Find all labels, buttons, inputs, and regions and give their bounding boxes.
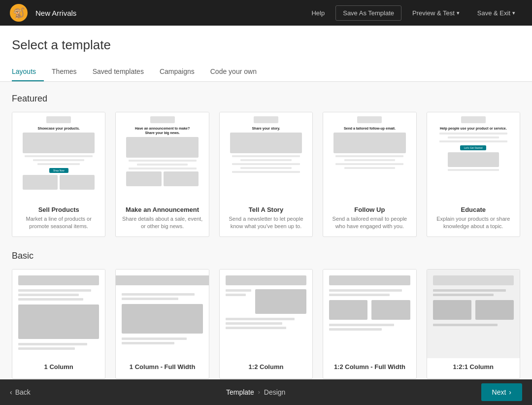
preview-logo <box>461 116 486 123</box>
template-info-educate: Educate Explain your products or share k… <box>427 201 520 236</box>
preview-image <box>230 133 302 153</box>
mailchimp-logo: 🐒 <box>10 4 28 22</box>
preview-image <box>23 133 95 153</box>
chevron-down-icon: ▾ <box>512 10 515 16</box>
template-desc: Market a line of products or promote sea… <box>17 215 100 231</box>
template-card-1col-full[interactable]: 1 Column - Full Width <box>115 269 209 379</box>
template-preview-1col-full <box>116 270 208 358</box>
preview-image <box>333 133 406 153</box>
template-card-12col[interactable]: 1:2 Column <box>219 269 313 379</box>
template-name: Educate <box>432 206 515 213</box>
template-card-121col[interactable]: 1:2:1 Column <box>427 269 520 379</box>
template-name: 1 Column <box>17 363 100 371</box>
template-info-sell-products: Sell Products Market a line of products … <box>12 201 105 236</box>
back-button[interactable]: ‹ Back <box>10 388 31 396</box>
chevron-down-icon: ▾ <box>457 10 460 16</box>
template-name: 1:2 Column <box>225 363 307 371</box>
nav-right: Help Save As Template Preview & Test ▾ S… <box>304 5 522 21</box>
template-info-followup: Follow Up Send a tailored email to peopl… <box>323 201 416 236</box>
tab-code-your-own[interactable]: Code your own <box>202 63 265 81</box>
template-info-1col: 1 Column <box>12 358 105 378</box>
template-info-1col-full: 1 Column - Full Width <box>116 358 208 378</box>
template-preview-12col-full <box>323 270 416 358</box>
template-info-12col: 1:2 Column <box>220 358 312 378</box>
back-arrow-icon: ‹ <box>10 388 12 396</box>
basic-section-title: Basic <box>12 251 520 261</box>
template-card-story[interactable]: Share your story. Tell A Story Send a ne… <box>219 112 313 237</box>
tab-campaigns[interactable]: Campaigns <box>152 63 202 81</box>
template-card-educate[interactable]: Help people use your product or service.… <box>427 112 520 237</box>
template-name: Make an Announcement <box>121 206 203 213</box>
template-name: Follow Up <box>328 206 411 213</box>
breadcrumb-arrow-icon: › <box>258 389 260 396</box>
featured-template-grid: Showcase your products. Shop Now Sell Pr… <box>12 112 520 237</box>
campaign-name: New Arrivals <box>35 9 76 17</box>
template-card-sell-products[interactable]: Showcase your products. Shop Now Sell Pr… <box>12 112 105 237</box>
template-info-121col: 1:2:1 Column <box>427 358 520 378</box>
template-name: Tell A Story <box>225 206 307 213</box>
tab-themes[interactable]: Themes <box>44 63 85 81</box>
template-desc: Send a tailored email to people who have… <box>328 215 411 231</box>
template-preview-12col <box>220 270 312 358</box>
tabs-container: Layouts Themes Saved templates Campaigns… <box>12 63 520 81</box>
breadcrumb: Template › Design <box>226 388 285 396</box>
template-name: Sell Products <box>17 206 100 213</box>
basic-template-grid: 1 Column 1 Col <box>12 269 520 379</box>
template-info-announcement: Make an Announcement Share details about… <box>116 201 208 236</box>
preview-logo <box>150 116 175 123</box>
template-name: 1 Column - Full Width <box>121 363 203 371</box>
template-name: 1:2 Column - Full Width <box>328 363 411 371</box>
template-desc: Share details about a sale, event, or ot… <box>121 215 203 231</box>
tab-layouts[interactable]: Layouts <box>12 63 44 81</box>
main-content: Featured Showcase your products. Shop No… <box>0 82 532 405</box>
template-preview-story: Share your story. <box>220 112 312 201</box>
template-desc: Send a newsletter to let people know wha… <box>225 215 307 231</box>
top-navigation: 🐒 New Arrivals Help Save As Template Pre… <box>0 0 532 26</box>
preview-logo <box>357 116 382 123</box>
preview-logo <box>46 116 71 123</box>
breadcrumb-step-template: Template <box>226 388 254 396</box>
template-preview-announcement: Have an announcement to make?Share your … <box>116 112 208 201</box>
preview-test-button[interactable]: Preview & Test ▾ <box>405 5 466 21</box>
template-card-announcement[interactable]: Have an announcement to make?Share your … <box>115 112 209 237</box>
save-exit-button[interactable]: Save & Exit ▾ <box>470 5 522 21</box>
page-header: Select a template Layouts Themes Saved t… <box>0 26 532 82</box>
breadcrumb-step-design: Design <box>264 388 286 396</box>
template-desc: Explain your products or share knowledge… <box>432 215 515 231</box>
template-card-followup[interactable]: Send a tailored follow-up email. Follow … <box>323 112 416 237</box>
help-button[interactable]: Help <box>304 5 332 21</box>
template-name: 1:2:1 Column <box>432 363 515 371</box>
template-info-12col-full: 1:2 Column - Full Width <box>323 358 416 378</box>
preview-logo <box>254 116 278 123</box>
template-preview-1col <box>12 270 105 358</box>
page-title: Select a template <box>12 37 520 53</box>
template-preview-followup: Send a tailored follow-up email. <box>323 112 416 201</box>
preview-image <box>126 137 199 158</box>
next-button[interactable]: Next › <box>481 383 522 401</box>
tab-saved-templates[interactable]: Saved templates <box>85 63 152 81</box>
bottom-bar: ‹ Back Template › Design Next › <box>0 379 532 405</box>
save-as-template-button[interactable]: Save As Template <box>335 5 401 21</box>
template-preview-educate: Help people use your product or service.… <box>427 112 520 201</box>
template-preview-121col <box>427 270 520 358</box>
next-arrow-icon: › <box>509 388 511 396</box>
preview-image <box>448 152 499 167</box>
template-info-story: Tell A Story Send a newsletter to let pe… <box>220 201 312 236</box>
template-card-12col-full[interactable]: 1:2 Column - Full Width <box>323 269 416 379</box>
nav-left: 🐒 New Arrivals <box>10 4 76 22</box>
template-card-1col[interactable]: 1 Column <box>12 269 105 379</box>
template-preview-sell-products: Showcase your products. Shop Now <box>12 112 105 201</box>
featured-section-title: Featured <box>12 94 520 104</box>
